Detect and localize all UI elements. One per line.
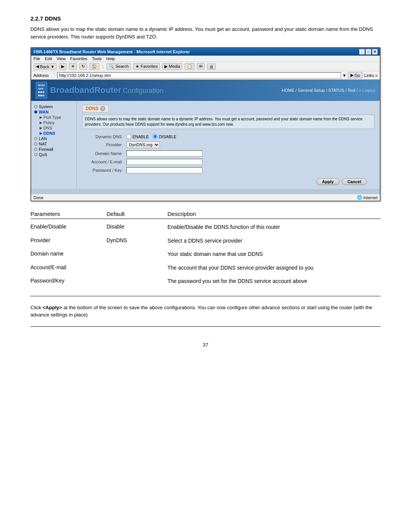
menu-edit[interactable]: Edit bbox=[45, 56, 52, 61]
address-input[interactable] bbox=[57, 72, 341, 78]
logo-grid: ■■■■■■ bbox=[38, 90, 45, 97]
radio-nat-icon bbox=[34, 142, 37, 145]
main-content: DDNS ? DDNS allows users to map the stat… bbox=[77, 101, 380, 189]
media-button[interactable]: ▶ Media bbox=[162, 63, 182, 70]
param-name-cell: Enable/Disable bbox=[30, 219, 107, 234]
form-buttons: Apply Cancel bbox=[82, 178, 374, 185]
menu-favorites[interactable]: Favorites bbox=[70, 56, 87, 61]
intro-text: DDNS allows you to map the static domain… bbox=[30, 26, 381, 40]
cancel-button[interactable]: Cancel bbox=[342, 178, 367, 185]
sidebar-item-qos[interactable]: QoS bbox=[34, 152, 73, 157]
sidebar-label-porttype: Port Type bbox=[43, 115, 61, 120]
address-bar: Address 📄 ▼ ▶ Go Links » bbox=[31, 71, 380, 80]
account-input[interactable] bbox=[126, 159, 202, 165]
sidebar-item-wan[interactable]: WAN bbox=[34, 109, 73, 115]
sidebar-item-porttype[interactable]: ▶ Port Type bbox=[40, 115, 73, 120]
menu-file[interactable]: File bbox=[33, 56, 40, 61]
internet-icon: 🌐 bbox=[357, 195, 362, 200]
param-default-cell bbox=[107, 275, 167, 288]
dropdown-icon: ▼ bbox=[50, 64, 54, 69]
header-default: Default bbox=[107, 211, 167, 219]
arrow-policy-icon: ▶ bbox=[40, 121, 42, 125]
page-icon: 📄 bbox=[50, 73, 56, 78]
ddns-form-table: Dynamic DNS ENABLE DISABLE bbox=[82, 133, 374, 174]
router-body: System WAN ▶ Port Type ▶ Policy bbox=[31, 101, 380, 189]
apply-emphasis: <Apply> bbox=[43, 305, 62, 310]
status-done: Done bbox=[33, 195, 43, 200]
enable-radio-label[interactable]: ENABLE bbox=[126, 134, 149, 139]
page-number: 37 bbox=[30, 342, 381, 348]
menu-help[interactable]: Help bbox=[106, 56, 115, 61]
params-table: Parameters Default Description Enable/Di… bbox=[30, 211, 381, 288]
enable-radio[interactable] bbox=[126, 134, 131, 139]
radio-firewall-icon bbox=[34, 148, 37, 151]
forward-button[interactable]: ▶ bbox=[59, 63, 67, 70]
ddns-help-icon[interactable]: ? bbox=[100, 106, 105, 111]
sidebar-item-system[interactable]: System bbox=[34, 104, 73, 109]
table-row: Password/Key The password you set for th… bbox=[30, 275, 381, 288]
mail-button[interactable]: ✉ bbox=[197, 63, 205, 70]
maximize-button[interactable]: □ bbox=[366, 49, 371, 54]
sidebar-item-firewall[interactable]: Firewall bbox=[34, 147, 73, 152]
params-table-body: Enable/Disable Disable Enable/Disable th… bbox=[30, 219, 381, 288]
back-icon: ◀ bbox=[36, 64, 39, 69]
bottom-divider-2 bbox=[30, 326, 381, 327]
password-label: Password / Key bbox=[82, 166, 124, 174]
sidebar-item-lan[interactable]: LAN bbox=[34, 136, 73, 141]
disable-radio-label[interactable]: DISABLE bbox=[153, 134, 176, 139]
arrow-dns-icon: ▶ bbox=[40, 126, 42, 130]
refresh-button[interactable]: ↻ bbox=[79, 63, 87, 70]
param-default-cell bbox=[107, 261, 167, 275]
bottom-divider bbox=[30, 296, 381, 296]
menu-view[interactable]: View bbox=[57, 56, 66, 61]
go-button[interactable]: ▶ Go bbox=[348, 72, 363, 78]
back-button[interactable]: ◀ Back ▼ bbox=[33, 63, 57, 70]
router-nav: HOME / General Setup / STATUS / Tool / ○… bbox=[282, 88, 375, 93]
password-input[interactable] bbox=[126, 167, 202, 173]
sidebar-item-nat[interactable]: NAT bbox=[34, 141, 73, 147]
password-value bbox=[124, 166, 374, 174]
enable-label: ENABLE bbox=[132, 134, 149, 139]
domain-name-value bbox=[124, 149, 374, 158]
ddns-title-text: DDNS bbox=[86, 106, 99, 111]
status-internet-group: 🌐 Internet bbox=[357, 195, 378, 200]
disable-radio[interactable] bbox=[153, 134, 158, 139]
sidebar-label-wan: WAN bbox=[39, 110, 49, 114]
sidebar-item-dns[interactable]: ▶ DNS bbox=[40, 125, 73, 131]
sidebar-item-policy[interactable]: ▶ Policy bbox=[40, 120, 73, 125]
sidebar-item-ddns[interactable]: ▶ DDNS bbox=[40, 131, 73, 136]
radio-system-icon bbox=[34, 105, 37, 108]
home-button[interactable]: 🏠 bbox=[89, 63, 99, 70]
dropdown-arrow-icon[interactable]: ▼ bbox=[342, 73, 347, 78]
domain-name-row: Domian Name bbox=[82, 149, 374, 158]
ddns-help-text: DDNS allows users to map the static doma… bbox=[82, 115, 374, 129]
close-button[interactable]: ✕ bbox=[372, 49, 378, 54]
print-button[interactable]: 🖨 bbox=[207, 64, 216, 70]
apply-button[interactable]: Apply bbox=[316, 178, 339, 185]
dynamic-dns-row: Dynamic DNS ENABLE DISABLE bbox=[82, 133, 374, 140]
search-button[interactable]: 🔍 Search bbox=[107, 63, 131, 70]
browser-window: FBR-1406TX Broadband Router Web Manageme… bbox=[30, 47, 381, 201]
param-desc-cell: Your static domain name that use DDNS bbox=[167, 248, 381, 261]
history-button[interactable]: 📋 bbox=[185, 63, 194, 70]
arrow-ddns-icon: ▶ bbox=[40, 131, 42, 135]
favorites-button[interactable]: ★ Favorites bbox=[133, 63, 160, 70]
param-desc-cell: Select a DDNS service provider bbox=[167, 234, 381, 248]
radio-qos-icon bbox=[34, 153, 37, 156]
menu-tools[interactable]: Tools bbox=[92, 56, 102, 61]
domain-name-input[interactable] bbox=[126, 150, 202, 157]
logo-broadband: BroadbandRouter bbox=[50, 85, 121, 95]
links-label: Links » bbox=[364, 73, 378, 78]
param-default-cell: Disable bbox=[107, 219, 167, 234]
section-title: 2.2.7 DDNS bbox=[30, 15, 381, 22]
browser-titlebar: FBR-1406TX Broadband Router Web Manageme… bbox=[31, 48, 380, 56]
logout-link[interactable]: Logout bbox=[362, 88, 375, 93]
stop-button[interactable]: ✕ bbox=[69, 63, 77, 70]
provider-select[interactable]: DynDNS.org bbox=[126, 141, 160, 148]
table-row: Enable/Disable Disable Enable/Disable th… bbox=[30, 219, 381, 234]
provider-label: Provider bbox=[82, 140, 124, 149]
param-default-cell bbox=[107, 248, 167, 261]
logo-small-text: levelone bbox=[38, 83, 45, 90]
minimize-button[interactable]: _ bbox=[359, 49, 365, 54]
table-row: Provider DynDNS Select a DDNS service pr… bbox=[30, 234, 381, 248]
